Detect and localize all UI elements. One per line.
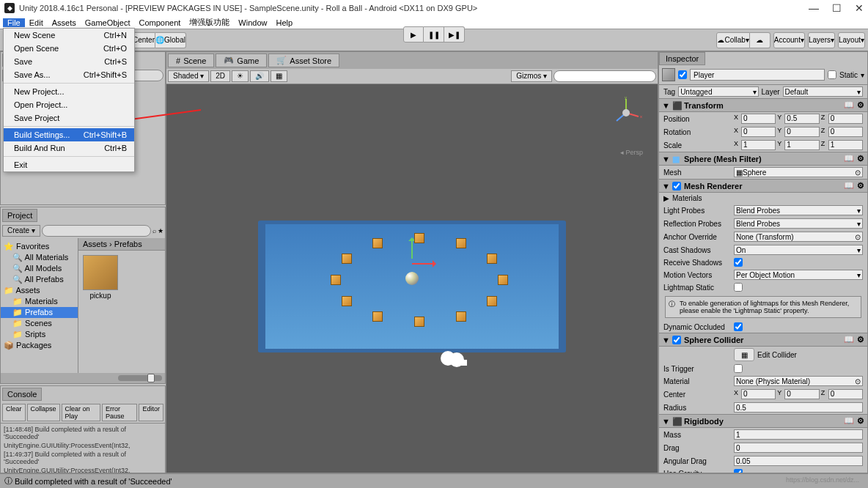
collider-enable[interactable] <box>672 336 681 344</box>
menu-item-build-and-run[interactable]: Build And RunCtrl+B <box>4 141 134 155</box>
2d-toggle[interactable]: 2D <box>210 70 230 82</box>
collider-header[interactable]: ▼Sphere Collider📖⚙ <box>659 333 867 347</box>
menu-item-new-project-[interactable]: New Project... <box>4 85 134 98</box>
cloud-button[interactable]: ☁ <box>750 32 770 48</box>
mass-field[interactable]: 1 <box>734 429 863 440</box>
layers-dropdown[interactable]: Layers ▾ <box>808 32 835 48</box>
project-breadcrumb[interactable]: Assets › Prefabs <box>78 238 165 251</box>
scene-search[interactable] <box>553 70 656 82</box>
menu-file[interactable]: File <box>3 18 25 27</box>
project-tree-item[interactable]: 🔍 All Materials <box>1 252 78 263</box>
gear-icon[interactable]: ⚙ <box>857 181 864 191</box>
pickup-cube[interactable] <box>487 254 497 264</box>
maximize-button[interactable]: ☐ <box>832 2 842 14</box>
name-field[interactable] <box>690 69 825 81</box>
minimize-button[interactable]: — <box>809 2 819 14</box>
gear-icon[interactable]: ⚙ <box>857 154 864 163</box>
project-tree-item[interactable]: 📁 Prefabs <box>1 307 78 318</box>
tag-dropdown[interactable]: Untagged▾ <box>678 86 758 97</box>
help-icon[interactable]: 📖 <box>844 154 854 163</box>
menu-增强版功能[interactable]: 增强版功能 <box>185 17 234 28</box>
log-line[interactable]: [11:48:48] Build completed with a result… <box>4 425 162 441</box>
help-icon[interactable]: 📖 <box>844 100 854 110</box>
menu-item-save[interactable]: SaveCtrl+S <box>4 55 134 68</box>
meshrenderer-enable[interactable] <box>672 182 681 191</box>
log-line[interactable]: [11:49:37] Build completed with a result… <box>4 450 162 466</box>
filter-icon[interactable]: ⌕ <box>152 227 156 234</box>
gear-icon[interactable]: ⚙ <box>857 335 864 344</box>
scene-viewport[interactable]: yx ◂ Persp <box>166 84 658 473</box>
project-tree-item[interactable]: 🔍 All Models <box>1 263 78 274</box>
gear-icon[interactable]: ⚙ <box>857 416 864 426</box>
step-button[interactable]: ▶❚ <box>444 26 465 42</box>
project-tree-item[interactable]: 📁 Materials <box>1 296 78 307</box>
pickup-cube[interactable] <box>372 311 383 322</box>
console-tab[interactable]: Console <box>2 388 42 401</box>
istrigger-chk[interactable] <box>734 364 743 373</box>
project-tab[interactable]: Project <box>2 209 37 222</box>
meshrenderer-header[interactable]: ▼Mesh Renderer📖⚙ <box>659 179 867 193</box>
pickup-cube[interactable] <box>456 238 466 248</box>
motion-dd[interactable]: Per Object Motion▾ <box>734 270 863 280</box>
help-icon[interactable]: 📖 <box>844 181 854 191</box>
tab-game[interactable]: 🎮Game <box>216 53 267 67</box>
pause-button[interactable]: ❚❚ <box>424 26 444 42</box>
project-tree-item[interactable]: 📁 Scenes <box>1 318 78 329</box>
recvshadows-chk[interactable] <box>734 258 743 267</box>
pickup-cube[interactable] <box>372 238 383 248</box>
pickup-cube[interactable] <box>342 254 352 264</box>
pickup-cube[interactable] <box>456 311 466 322</box>
lmstatic-chk[interactable] <box>734 283 743 292</box>
shading-mode[interactable]: Shaded ▾ <box>168 70 209 82</box>
lightprobes-dd[interactable]: Blend Probes▾ <box>734 205 863 215</box>
menu-item-open-scene[interactable]: Open SceneCtrl+O <box>4 42 134 55</box>
pickup-cube[interactable] <box>342 296 352 306</box>
console-error-pause[interactable]: Error Pause <box>102 404 138 421</box>
gizmos-dropdown[interactable]: Gizmos ▾ <box>511 70 552 82</box>
menu-help[interactable]: Help <box>271 18 297 27</box>
console-clear[interactable]: Clear <box>2 404 26 421</box>
log-line[interactable]: UnityEngine.GUIUtility:ProcessEvent(Int3… <box>4 466 162 473</box>
projection-label[interactable]: ◂ Persp <box>620 149 643 156</box>
project-search[interactable] <box>42 225 151 237</box>
space-toggle[interactable]: 🌐 Global <box>155 32 186 48</box>
physmat-field[interactable]: None (Physic Material)⊙ <box>734 376 863 386</box>
mesh-field[interactable]: ▦Sphere⊙ <box>734 167 863 177</box>
layout-dropdown[interactable]: Layout ▾ <box>838 32 865 48</box>
castshadows-dd[interactable]: On▾ <box>734 245 863 255</box>
rigidbody-header[interactable]: ▼⬛Rigidbody📖⚙ <box>659 414 867 428</box>
menu-edit[interactable]: Edit <box>25 18 48 27</box>
project-tree-item[interactable]: 📁 Assets <box>1 285 78 296</box>
close-button[interactable]: ✕ <box>855 2 864 14</box>
console-clear-on-play[interactable]: Clear on Play <box>62 404 100 421</box>
tab-asset-store[interactable]: 🛒Asset Store <box>268 53 339 67</box>
menu-item-open-project-[interactable]: Open Project... <box>4 98 134 111</box>
menu-item-save-as-[interactable]: Save As...Ctrl+Shift+S <box>4 68 134 81</box>
active-checkbox[interactable] <box>678 70 687 79</box>
menu-gameobject[interactable]: GameObject <box>81 18 135 27</box>
project-tree-item[interactable]: 📁 Sripts <box>1 329 78 340</box>
pickup-cube[interactable] <box>414 233 424 243</box>
menu-component[interactable]: Component <box>134 18 185 27</box>
play-button[interactable]: ▶ <box>403 26 424 42</box>
player-ball[interactable] <box>405 272 419 285</box>
project-tree-item[interactable]: 📦 Packages <box>1 340 78 351</box>
pickup-cube[interactable] <box>331 275 341 285</box>
pivot-toggle[interactable]: Center <box>132 32 155 48</box>
layer-dropdown[interactable]: Default▾ <box>783 86 863 97</box>
menu-item-build-settings-[interactable]: Build Settings...Ctrl+Shift+B <box>4 128 134 141</box>
dynocc-chk[interactable] <box>734 322 743 331</box>
collab-dropdown[interactable]: ☁ Collab ▾ <box>716 32 749 48</box>
account-dropdown[interactable]: Account ▾ <box>773 32 805 48</box>
reflprobes-dd[interactable]: Blend Probes▾ <box>734 218 863 229</box>
thumbnail-size-slider[interactable] <box>118 375 162 381</box>
menu-window[interactable]: Window <box>234 18 271 27</box>
inspector-tab[interactable]: Inspector <box>659 52 705 65</box>
menu-item-new-scene[interactable]: New SceneCtrl+N <box>4 29 134 42</box>
pickup-cube[interactable] <box>487 296 497 306</box>
project-create[interactable]: Create ▾ <box>2 225 40 237</box>
menu-item-exit[interactable]: Exit <box>4 158 134 171</box>
static-checkbox[interactable] <box>828 70 836 79</box>
anchor-field[interactable]: None (Transform)⊙ <box>734 232 863 242</box>
menu-assets[interactable]: Assets <box>48 18 81 27</box>
